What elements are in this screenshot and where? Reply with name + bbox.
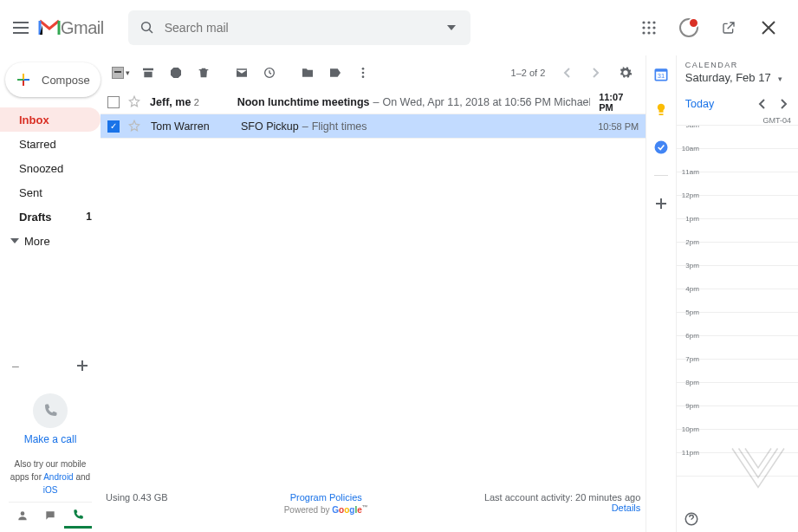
calendar-today-button[interactable]: Today <box>685 98 714 110</box>
more-vert-icon <box>356 66 370 80</box>
calendar-hour-cell[interactable] <box>703 149 798 172</box>
rail-add-button[interactable] <box>649 191 673 216</box>
chevron-down-icon[interactable]: ▾ <box>126 68 130 77</box>
sidebar-item-inbox[interactable]: Inbox <box>0 107 101 132</box>
calendar-hour-cell[interactable] <box>703 219 798 242</box>
calendar-hour-label: 8pm <box>677 379 703 401</box>
notifications-button[interactable] <box>675 14 703 42</box>
chat-icon <box>44 509 56 522</box>
calendar-grid[interactable]: 9am10am11am12pm1pm2pm3pm4pm5pm6pm7pm8pm9… <box>677 125 798 532</box>
calendar-prev-button[interactable] <box>753 95 770 113</box>
star-button[interactable] <box>128 95 141 109</box>
calendar-next-button[interactable] <box>775 95 793 113</box>
subject-line: SFO Pickup – Flight times <box>241 120 367 133</box>
calendar-hour-cell[interactable] <box>703 172 798 195</box>
hangouts-tab-calls[interactable] <box>64 503 92 529</box>
search-icon[interactable] <box>135 16 159 40</box>
google-logo: Google™ <box>332 505 367 515</box>
hangouts-new-chat-button[interactable] <box>76 360 88 372</box>
sidebar-item-starred[interactable]: Starred <box>0 132 101 156</box>
hangouts-status-icon[interactable]: – <box>12 359 19 373</box>
top-bar: Gmail <box>0 0 798 55</box>
search-options-button[interactable] <box>439 16 464 40</box>
calendar-hour-cell[interactable] <box>703 313 798 335</box>
more-actions-button[interactable] <box>350 60 376 86</box>
gmail-wordmark: Gmail <box>61 18 104 38</box>
calendar-hour-cell[interactable] <box>703 243 798 265</box>
calendar-hour-cell[interactable] <box>703 336 798 359</box>
report-spam-button[interactable] <box>163 60 189 86</box>
calendar-brand: CALENDAR <box>685 61 789 69</box>
calendar-hour-cell[interactable] <box>703 360 798 382</box>
rail-keep-button[interactable] <box>649 99 673 123</box>
svg-point-10 <box>21 511 25 516</box>
snooze-button[interactable] <box>256 60 282 86</box>
main-menu-button[interactable] <box>7 14 35 42</box>
mobile-and: and <box>74 472 90 482</box>
sender: Tom Warren <box>151 120 241 133</box>
search-box[interactable] <box>128 10 470 45</box>
mail-icon <box>235 66 249 80</box>
open-external-button[interactable] <box>715 14 743 42</box>
svg-point-7 <box>642 31 645 34</box>
sidebar-more-label: More <box>24 235 50 248</box>
calendar-hour-cell[interactable] <box>703 383 798 405</box>
message-row[interactable]: Jeff, me 2 Noon lunchtime meetings – On … <box>101 90 646 114</box>
move-to-button[interactable] <box>295 60 321 86</box>
labels-button[interactable] <box>322 60 348 86</box>
mail-footer: Using 0.43 GB Program Policies Powered b… <box>101 492 646 515</box>
compose-label: Compose <box>42 74 90 87</box>
rail-tasks-button[interactable] <box>649 135 673 159</box>
calendar-hour-cell[interactable] <box>703 196 798 218</box>
close-panel-button[interactable] <box>755 14 782 42</box>
subject: SFO Pickup <box>241 120 299 133</box>
pager-prev-button[interactable] <box>554 60 580 86</box>
gmail-logo[interactable]: Gmail <box>38 18 104 38</box>
svg-point-14 <box>362 75 365 78</box>
calendar-hour-label: 11pm <box>677 449 703 471</box>
calendar-help-button[interactable] <box>684 511 699 527</box>
ios-link[interactable]: iOS <box>43 485 58 495</box>
message-row[interactable]: ✓ Tom Warren SFO Pickup – Flight times 1… <box>101 114 646 139</box>
chevron-right-icon <box>593 68 600 78</box>
row-checkbox[interactable]: ✓ <box>107 120 120 133</box>
sidebar-more-toggle[interactable]: More <box>0 229 101 253</box>
make-a-call-link[interactable]: Make a call <box>9 433 92 445</box>
compose-button[interactable]: Compose <box>5 62 101 97</box>
calendar-hour-cell[interactable] <box>703 289 798 312</box>
subject: Noon lunchtime meetings <box>237 96 370 108</box>
calendar-hour-label: 9am <box>677 125 703 144</box>
calendar-date[interactable]: Saturday, Feb 17 <box>685 71 771 84</box>
sidebar-item-snoozed[interactable]: Snoozed <box>0 156 101 180</box>
details-link[interactable]: Details <box>484 503 640 513</box>
label-icon <box>328 66 342 80</box>
archive-button[interactable] <box>135 60 161 86</box>
snippet: Flight times <box>312 120 367 133</box>
search-input[interactable] <box>159 21 439 35</box>
timestamp: 10:58 PM <box>589 121 639 132</box>
select-all-checkbox[interactable]: ▾ <box>107 60 133 86</box>
archive-icon <box>141 66 155 80</box>
thread-count: 2 <box>194 97 199 107</box>
hangouts-tab-contacts[interactable] <box>9 503 36 529</box>
pager-next-button[interactable] <box>583 60 609 86</box>
calendar-hour-cell[interactable] <box>703 266 798 289</box>
rail-calendar-button[interactable]: 31 <box>649 62 673 87</box>
sidebar-item-drafts[interactable]: Drafts 1 <box>0 204 101 229</box>
calendar-hour-cell[interactable] <box>703 406 798 429</box>
chevron-down-icon[interactable]: ▾ <box>778 75 782 83</box>
program-policies-link[interactable]: Program Policies <box>290 492 362 503</box>
android-link[interactable]: Android <box>43 472 73 482</box>
delete-button[interactable] <box>191 60 217 86</box>
row-checkbox[interactable] <box>107 96 120 108</box>
gear-icon <box>619 66 633 80</box>
sidebar-item-sent[interactable]: Sent <box>0 180 101 204</box>
star-button[interactable] <box>128 120 142 133</box>
settings-button[interactable] <box>613 60 639 86</box>
mark-unread-button[interactable] <box>229 60 255 86</box>
svg-point-5 <box>647 26 650 29</box>
calendar-panel: CALENDAR Saturday, Feb 17 ▾ Today GMT-04… <box>676 55 798 532</box>
hangouts-tab-chats[interactable] <box>36 503 64 529</box>
calendar-hour-cell[interactable] <box>703 126 798 148</box>
google-apps-button[interactable] <box>635 14 663 42</box>
